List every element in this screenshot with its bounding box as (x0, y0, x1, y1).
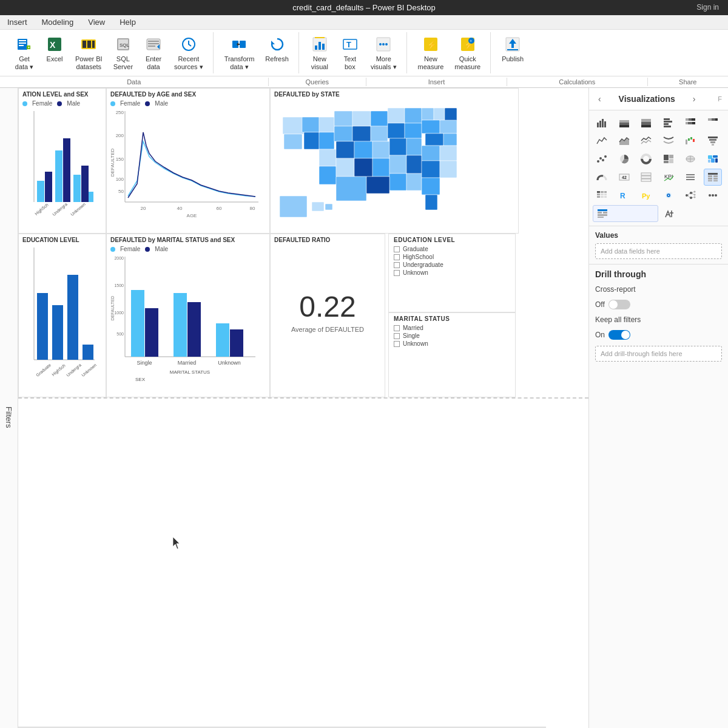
checkbox-married[interactable] (394, 325, 400, 331)
viz-bar-chart[interactable] (593, 114, 611, 131)
chart-marital-filter[interactable]: MARITAL STATUS Married Single Unknown (388, 312, 516, 397)
values-drop-zone[interactable]: Add data fields here (595, 243, 722, 259)
svg-rect-208 (708, 175, 712, 177)
viz-panel-next[interactable]: › (690, 93, 699, 105)
power-bi-datasets-label: Power BIdatasets (75, 55, 103, 71)
viz-waterfall[interactable] (681, 132, 699, 149)
viz-treemap[interactable] (659, 150, 678, 167)
viz-table[interactable] (704, 169, 722, 186)
canvas-empty-area[interactable] (18, 401, 588, 728)
sql-server-button[interactable]: SQL SQLServer (110, 32, 136, 73)
checkbox-graduate[interactable] (394, 246, 400, 252)
publish-button[interactable]: Publish (498, 32, 527, 66)
svg-line-235 (688, 195, 690, 198)
svg-rect-138 (187, 302, 201, 357)
svg-rect-214 (597, 191, 600, 193)
filter-unknown-marital[interactable]: Unknown (394, 340, 510, 347)
svg-rect-102 (372, 158, 389, 177)
new-measure-button[interactable]: ⚡ Newmeasure (414, 32, 448, 73)
checkbox-highschool[interactable] (394, 254, 400, 260)
transform-data-button[interactable]: Transformdata ▾ (221, 32, 258, 73)
viz-ai-insights[interactable] (659, 187, 678, 204)
svg-rect-157 (664, 118, 670, 120)
checkbox-undergraduate[interactable] (394, 262, 400, 268)
new-visual-button[interactable]: Newvisual (306, 32, 333, 73)
checkbox-unknown-marital[interactable] (394, 341, 400, 347)
viz-map[interactable] (681, 150, 699, 167)
menu-view[interactable]: View (86, 16, 107, 28)
power-bi-datasets-button[interactable]: Power BIdatasets (72, 32, 106, 73)
viz-line-chart[interactable] (593, 132, 611, 149)
svg-rect-213 (713, 180, 718, 181)
svg-text:MARITAL STATUS: MARITAL STATUS (170, 369, 210, 375)
svg-text:500: 500 (116, 332, 124, 336)
viz-decomp-tree[interactable] (681, 187, 699, 204)
viz-stacked-bar-h[interactable] (681, 114, 699, 131)
viz-card[interactable]: 42 (615, 169, 633, 186)
svg-rect-100 (336, 158, 354, 177)
viz-donut[interactable] (637, 150, 655, 167)
refresh-button[interactable]: Refresh (261, 32, 292, 66)
viz-python[interactable]: Py (637, 187, 655, 204)
enter-data-button[interactable]: Enterdata (140, 32, 167, 73)
viz-100-bar[interactable] (637, 114, 655, 131)
viz-matrix[interactable] (593, 187, 611, 204)
filter-highschool[interactable]: HighSchool (394, 254, 510, 260)
keep-filters-toggle[interactable] (608, 330, 630, 340)
viz-field-icon[interactable] (593, 205, 658, 222)
svg-rect-209 (713, 175, 718, 177)
excel-button[interactable]: X Excel (41, 32, 68, 66)
menu-insert[interactable]: Insert (5, 16, 30, 28)
viz-kpi[interactable]: KPI (659, 169, 678, 186)
sign-in-button[interactable]: Sign in (696, 3, 719, 12)
get-data-button[interactable]: ▼ Getdata ▾ (11, 32, 38, 73)
viz-more[interactable] (704, 187, 722, 204)
filter-graduate[interactable]: Graduate (394, 246, 510, 252)
filter-married[interactable]: Married (394, 325, 510, 331)
checkbox-unknown-edu[interactable] (394, 270, 400, 276)
svg-rect-151 (619, 120, 629, 123)
quick-measure-button[interactable]: ⚡ + Quickmeasure (451, 32, 484, 73)
chart-education-sex[interactable]: ATION LEVEL and SEX Female Male (18, 88, 106, 234)
viz-scatter[interactable] (593, 150, 611, 167)
menu-help[interactable]: Help (117, 16, 138, 28)
filter-single[interactable]: Single (394, 332, 510, 339)
canvas[interactable]: ATION LEVEL and SEX Female Male (18, 88, 588, 728)
filters-strip[interactable]: Filters (0, 88, 18, 728)
menu-modeling[interactable]: Modeling (39, 16, 76, 28)
viz-ribbon-chart[interactable] (659, 132, 678, 149)
off-toggle-row: Off (595, 300, 722, 309)
viz-panel-prev[interactable]: ‹ (595, 93, 604, 105)
checkbox-single[interactable] (394, 333, 400, 339)
drill-add-field[interactable]: Add drill-through fields here (595, 346, 722, 362)
filter-undergraduate[interactable]: Undergraduate (394, 261, 510, 268)
svg-rect-10 (87, 41, 91, 48)
recent-sources-button[interactable]: Recentsources ▾ (170, 32, 207, 73)
viz-r-script[interactable]: R (615, 187, 633, 204)
viz-stacked-bar[interactable] (615, 114, 633, 131)
chart-ratio[interactable]: DEFAULTED RATIO 0.22 Average of DEFAULTE… (270, 234, 385, 397)
chart-marital-status[interactable]: DEFAULTED by MARITAL STATUS and SEX Fema… (106, 234, 270, 397)
viz-100-bar-h[interactable] (704, 114, 722, 131)
viz-filled-map[interactable] (704, 150, 722, 167)
viz-gauge[interactable] (593, 169, 611, 186)
svg-rect-52 (81, 166, 89, 202)
viz-multi-row-card[interactable] (637, 169, 655, 186)
more-visuals-button[interactable]: Morevisuals ▾ (367, 32, 400, 73)
new-visual-icon (310, 35, 329, 54)
viz-pie[interactable] (615, 150, 633, 167)
viz-line-stacked[interactable] (637, 132, 655, 149)
viz-area-chart[interactable] (615, 132, 633, 149)
chart-defaulted-state[interactable]: DEFAULTED by STATE (270, 88, 519, 234)
chart-defaulted-age[interactable]: DEFAULTED by AGE and SEX Female Male 250… (106, 88, 270, 234)
filter-unknown-edu[interactable]: Unknown (394, 269, 510, 276)
svg-point-240 (712, 194, 714, 197)
viz-slicer[interactable] (681, 169, 699, 186)
viz-cluster-bar-h[interactable] (659, 114, 678, 131)
text-box-button[interactable]: T Textbox (337, 32, 363, 73)
viz-format-icon[interactable] (659, 205, 725, 222)
cross-report-toggle[interactable] (608, 300, 630, 309)
chart-education-level[interactable]: EDUCATION LEVEL Graduate HighSch Undergr… (18, 234, 106, 397)
viz-funnel[interactable] (704, 132, 722, 149)
chart-education-filter[interactable]: EDUCATION LEVEL Graduate HighSchool Unde… (388, 234, 516, 312)
